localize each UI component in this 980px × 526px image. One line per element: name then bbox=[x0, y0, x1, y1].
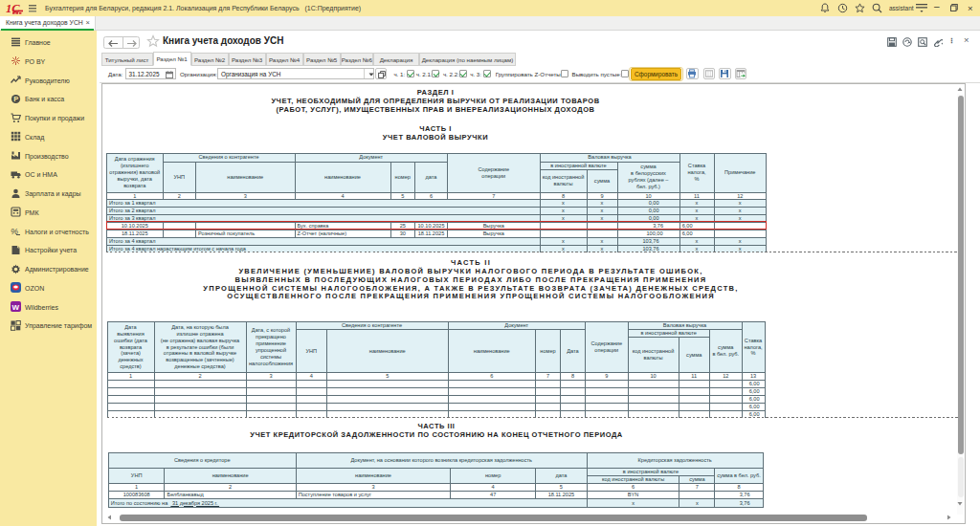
svg-text:P: P bbox=[13, 95, 18, 103]
svg-text:W: W bbox=[11, 303, 19, 312]
